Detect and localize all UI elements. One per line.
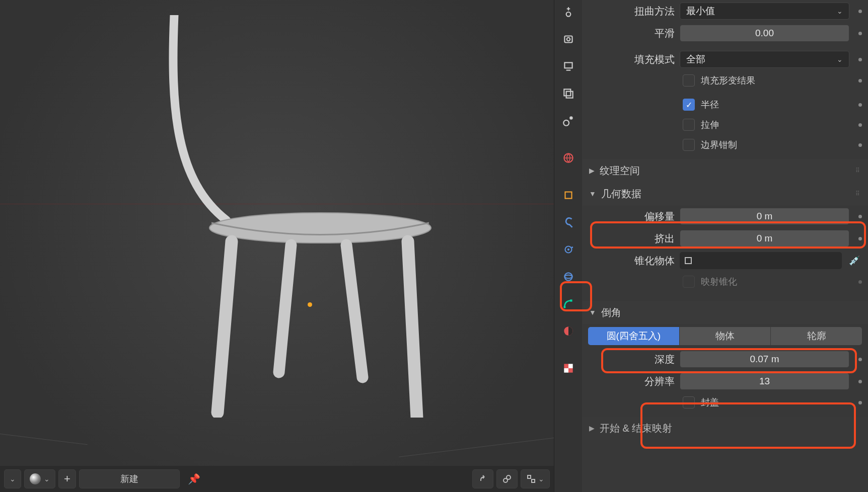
label: 锥化物体 (588, 254, 675, 268)
chevron-down-icon: ⌄ (837, 7, 843, 15)
bevel-tab-round[interactable]: 圆(四舍五入) (588, 327, 680, 345)
twist-method-select[interactable]: 最小值 ⌄ (680, 3, 849, 20)
anim-dot[interactable] (858, 380, 862, 383)
label: 偏移量 (588, 210, 675, 223)
object-icon (684, 256, 693, 265)
tab-scene[interactable] (557, 110, 580, 132)
anim-dot[interactable] (858, 103, 862, 107)
tab-modifiers[interactable] (557, 211, 580, 233)
checkbox-label: 封盖 (701, 396, 719, 408)
label: 分辨率 (588, 375, 675, 388)
svg-rect-8 (564, 62, 572, 68)
new-button[interactable]: 新建 (79, 469, 180, 488)
tab-object-data-curve[interactable] (557, 293, 580, 315)
panel-start-end-mapping[interactable]: ▶ 开始 & 结束映射 (582, 417, 868, 440)
extrude-field[interactable]: 0 m (680, 230, 849, 247)
label: 平滑 (588, 27, 675, 40)
svg-point-0 (209, 213, 431, 243)
pin-button[interactable]: 📌 (183, 469, 205, 488)
chevron-down-icon: ⌄ (837, 55, 843, 63)
checkbox-label: 拉伸 (701, 119, 719, 131)
label: 挤出 (588, 232, 675, 245)
svg-point-19 (564, 275, 572, 279)
tab-particles[interactable] (557, 238, 580, 261)
prop-bevel-resolution: 分辨率 13 (582, 370, 868, 392)
offset-field[interactable]: 0 m (680, 208, 849, 225)
triangle-right-icon: ▶ (589, 424, 595, 432)
anim-dot[interactable] (858, 58, 862, 61)
smooth-field[interactable]: 0.00 (680, 25, 849, 42)
plus-icon: + (64, 472, 70, 485)
checkbox-radius[interactable]: ✓ (683, 99, 695, 111)
cursor-3d (308, 302, 312, 307)
add-button[interactable]: + (58, 469, 76, 488)
bottom-toolbar: ⌄ ⌄ + 新建 📌 ⌄ (0, 466, 554, 492)
eyedropper-button[interactable]: 💉 (847, 255, 862, 266)
tool-link[interactable] (496, 469, 518, 488)
checkbox-fill-deform[interactable] (683, 74, 695, 87)
triangle-right-icon: ▶ (589, 167, 595, 175)
fill-mode-select[interactable]: 全部 ⌄ (680, 51, 849, 68)
label: 深度 (588, 353, 675, 366)
viewport-3d[interactable]: ⌄ ⌄ + 新建 📌 ⌄ (0, 0, 554, 492)
chair-model (161, 15, 443, 418)
bevel-depth-field[interactable]: 0.07 m (680, 351, 849, 368)
prop-smooth: 平滑 0.00 (582, 22, 868, 44)
tool-arrow-up[interactable] (472, 469, 493, 488)
anim-dot[interactable] (858, 10, 862, 13)
checkbox-bounds-clamp[interactable] (683, 139, 695, 151)
tab-view-layer[interactable] (557, 83, 580, 105)
svg-point-16 (567, 249, 569, 251)
checkbox-fill-caps[interactable] (683, 396, 695, 408)
properties-panel: 扭曲方法 最小值 ⌄ 平滑 0.00 填充模式 全部 ⌄ 填充形变结果 ✓ 半径… (582, 0, 868, 492)
anim-dot[interactable] (858, 32, 862, 35)
prop-radius: ✓ 半径 (582, 95, 868, 115)
anim-dot[interactable] (858, 358, 862, 361)
panel-texture-space[interactable]: ▶ 纹理空间 ⠿ (582, 159, 868, 182)
anim-dot[interactable] (858, 401, 862, 404)
select-value: 最小值 (686, 5, 715, 18)
prop-twist-method: 扭曲方法 最小值 ⌄ (582, 0, 868, 22)
properties-tabs (554, 0, 582, 492)
field-value: 0.00 (755, 28, 774, 39)
anim-dot[interactable] (858, 123, 862, 127)
label: 填充模式 (588, 53, 675, 66)
drag-icon: ⠿ (855, 167, 861, 174)
triangle-down-icon: ▼ (589, 190, 596, 198)
bevel-tab-object[interactable]: 物体 (680, 327, 771, 345)
anim-dot[interactable] (858, 79, 862, 83)
shading-mode-dropdown[interactable]: ⌄ (24, 469, 55, 488)
tab-render[interactable] (557, 28, 580, 50)
panel-bevel[interactable]: ▼ 倒角 (582, 301, 868, 324)
anim-dot[interactable] (858, 237, 862, 240)
svg-rect-6 (564, 36, 572, 43)
tab-material[interactable] (557, 320, 580, 342)
tab-output[interactable] (557, 55, 580, 77)
select-value: 全部 (686, 53, 705, 66)
prop-bounds-clamp: 边界钳制 (582, 135, 868, 155)
bevel-tab-profile[interactable]: 轮廓 (771, 327, 862, 345)
tab-world[interactable] (557, 147, 580, 169)
dropdown-button[interactable]: ⌄ (4, 469, 21, 488)
svg-point-11 (563, 120, 569, 126)
anim-dot[interactable] (858, 280, 862, 284)
prop-fill-mode: 填充模式 全部 ⌄ (582, 48, 868, 70)
label: 扭曲方法 (588, 5, 675, 18)
bevel-resolution-field[interactable]: 13 (680, 373, 849, 390)
svg-point-2 (507, 475, 511, 479)
panel-geometry[interactable]: ▼ 几何数据 ⠿ (582, 182, 868, 205)
anim-dot[interactable] (858, 215, 862, 218)
drag-icon: ⠿ (855, 190, 861, 197)
checkbox-stretch[interactable] (683, 119, 695, 131)
taper-object-field[interactable] (680, 252, 842, 269)
svg-point-12 (569, 116, 573, 120)
tab-tool[interactable] (557, 1, 580, 23)
tab-object[interactable] (557, 184, 580, 206)
svg-point-20 (563, 306, 565, 308)
tab-physics[interactable] (557, 266, 580, 288)
tab-texture[interactable] (557, 357, 580, 379)
checkbox-map-taper[interactable] (683, 276, 695, 288)
new-button-label: 新建 (120, 473, 138, 485)
tool-snap-dropdown[interactable]: ⌄ (521, 469, 550, 488)
anim-dot[interactable] (858, 143, 862, 147)
